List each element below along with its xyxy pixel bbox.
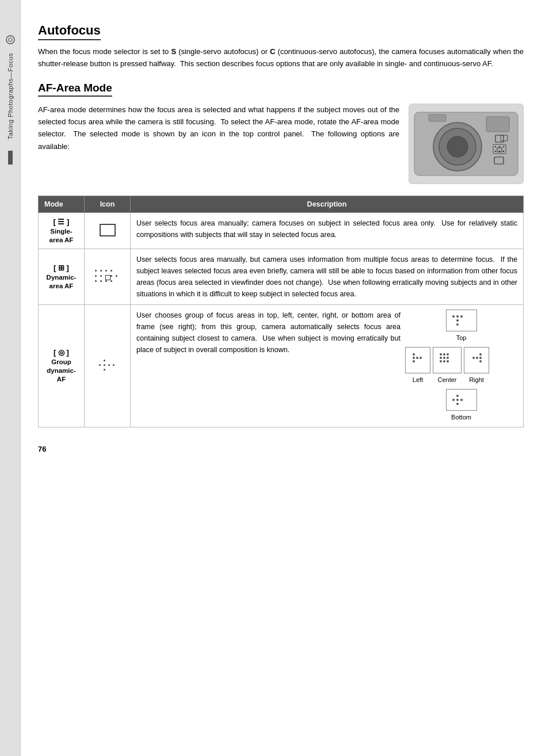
mode-cell-dynamic: [ ⊞ ] Dynamic-area AF: [39, 249, 85, 305]
group-af-text: User chooses group of focus areas in top…: [136, 310, 401, 422]
svg-point-27: [416, 357, 418, 359]
af-area-title: AF-Area Mode: [38, 82, 112, 97]
center-label: Center: [437, 375, 456, 385]
autofocus-intro: When the focus mode selector is set to S…: [38, 46, 524, 70]
svg-point-25: [413, 357, 415, 359]
focus-area-center: Center: [433, 347, 462, 385]
page-number: 76: [38, 445, 524, 453]
svg-point-23: [456, 323, 459, 326]
icon-cell-dynamic: [85, 249, 131, 305]
focus-area-left: Left: [405, 347, 430, 385]
svg-point-45: [456, 399, 459, 401]
svg-point-31: [447, 353, 449, 356]
svg-rect-6: [486, 117, 509, 132]
svg-point-26: [413, 360, 415, 362]
mode-cell-group: [ ◎ ] Groupdynamic-AF: [39, 305, 85, 427]
table-header-desc: Description: [131, 196, 524, 212]
table-header-icon: Icon: [85, 196, 131, 212]
svg-point-22: [456, 319, 459, 322]
svg-point-43: [456, 395, 459, 397]
svg-point-0: [6, 36, 14, 44]
right-label: Right: [469, 375, 484, 385]
svg-point-35: [440, 360, 442, 362]
svg-point-44: [452, 399, 455, 401]
svg-point-40: [479, 360, 482, 362]
focus-area-bottom: Bottom: [405, 389, 517, 423]
svg-point-30: [443, 353, 445, 356]
left-label: Left: [413, 375, 423, 385]
focus-area-middle-row: Left: [405, 347, 517, 385]
svg-point-47: [456, 403, 459, 405]
svg-point-46: [460, 399, 463, 401]
desc-cell-single: User selects focus area manually; camera…: [131, 212, 524, 249]
sidebar-tab: [8, 151, 13, 165]
svg-point-14: [495, 150, 496, 151]
svg-point-28: [420, 357, 422, 359]
icon-cell-group: [85, 305, 131, 427]
main-content: Autofocus When the focus mode selector i…: [21, 0, 549, 756]
svg-point-33: [443, 357, 445, 359]
svg-point-11: [499, 146, 500, 147]
svg-point-20: [456, 315, 459, 318]
svg-point-1: [9, 38, 12, 41]
sidebar: Taking Photographs—Focus: [0, 0, 21, 756]
svg-point-5: [447, 136, 468, 157]
svg-point-12: [503, 146, 504, 147]
focus-area-top-box: [446, 310, 477, 331]
svg-point-29: [440, 353, 442, 356]
svg-point-42: [472, 357, 475, 359]
svg-point-19: [452, 315, 455, 318]
bottom-label: Bottom: [451, 413, 471, 423]
svg-point-21: [460, 315, 463, 318]
af-area-section: AF-area mode determines how the focus ar…: [38, 104, 524, 184]
icon-cell-single: [85, 212, 131, 249]
top-label: Top: [456, 333, 467, 343]
svg-point-34: [447, 357, 449, 359]
af-area-description: AF-area mode determines how the focus ar…: [38, 104, 399, 184]
autofocus-title: Autofocus: [38, 23, 101, 40]
svg-point-16: [503, 150, 504, 151]
svg-point-32: [440, 357, 442, 359]
camera-icon: [5, 35, 16, 45]
sidebar-label: Taking Photographs—Focus: [7, 53, 14, 139]
svg-point-38: [479, 353, 482, 356]
svg-point-36: [443, 360, 445, 362]
svg-rect-7: [429, 114, 446, 121]
table-row-group-af: [ ◎ ] Groupdynamic-AF: [39, 305, 524, 427]
mode-table: Mode Icon Description [ ☰ ] Single-area …: [38, 196, 524, 428]
focus-area-diagram: Top: [405, 310, 517, 422]
svg-point-10: [495, 146, 496, 147]
svg-point-39: [479, 357, 482, 359]
camera-diagram: [409, 104, 524, 184]
svg-point-15: [499, 150, 500, 151]
table-header-mode: Mode: [39, 196, 85, 212]
table-row-single-af: [ ☰ ] Single-area AF User selects focus …: [39, 212, 524, 249]
desc-cell-group: User chooses group of focus areas in top…: [131, 305, 524, 427]
mode-cell-single: [ ☰ ] Single-area AF: [39, 212, 85, 249]
focus-area-right: Right: [464, 347, 489, 385]
svg-point-24: [413, 353, 415, 356]
table-row-dynamic-af: [ ⊞ ] Dynamic-area AF: [39, 249, 524, 305]
svg-point-41: [476, 357, 478, 359]
svg-point-37: [447, 360, 449, 362]
desc-cell-dynamic: User selects focus area manually, but ca…: [131, 249, 524, 305]
